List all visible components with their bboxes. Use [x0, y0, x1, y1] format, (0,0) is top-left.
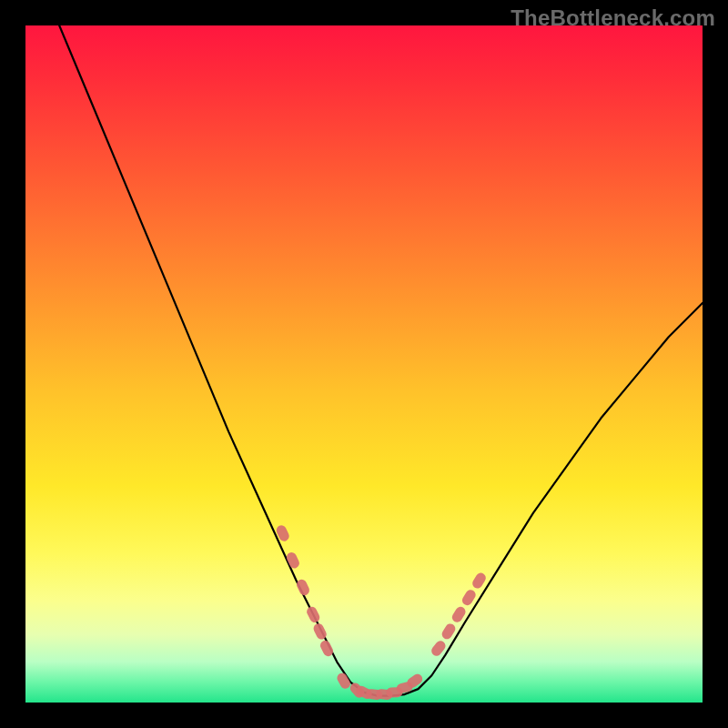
chart-svg: [25, 25, 703, 703]
curve-layer: [59, 25, 703, 696]
chart-frame: TheBottleneck.com: [0, 0, 728, 728]
watermark-text: TheBottleneck.com: [511, 5, 715, 31]
data-marker: [305, 605, 321, 624]
bottleneck-curve: [59, 25, 703, 696]
data-marker: [460, 588, 478, 607]
marker-layer: [275, 524, 488, 701]
plot-area: [25, 25, 703, 703]
data-marker: [470, 571, 488, 591]
data-marker: [295, 578, 311, 597]
